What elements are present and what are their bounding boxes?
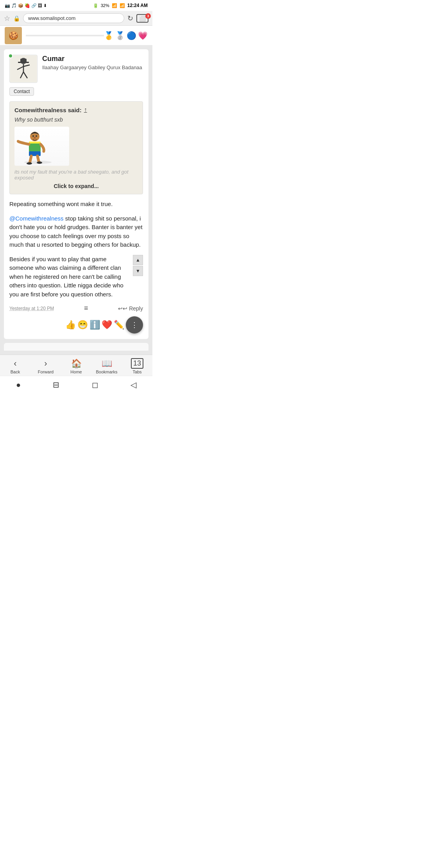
- post-card: Contact Cumar Ilaahay Gargaaryey Gabiley…: [4, 49, 148, 339]
- nav-tabs[interactable]: 13 Tabs: [125, 358, 149, 374]
- reply-label: Reply: [129, 305, 143, 312]
- top-partial-content: 🍪 🥇 🥈 🔵 💗: [0, 26, 152, 45]
- quote-faded-text: its not my fault that you're a bad sheeg…: [14, 169, 138, 181]
- reply-button[interactable]: ↩↩ Reply: [118, 305, 143, 312]
- home-icon: 🏠: [71, 359, 82, 369]
- post-timestamp: Yesterday at 1:20 PM: [9, 306, 54, 311]
- reaction-row: 👍 😁 ℹ️ ❤️ ✏️ ⋮: [9, 316, 143, 334]
- lock-icon: 🔒: [13, 15, 20, 22]
- tab-count-badge: 3: [145, 13, 151, 19]
- svg-point-17: [37, 161, 42, 164]
- forward-icon: ›: [44, 359, 47, 369]
- contact-button[interactable]: Contact: [9, 87, 34, 96]
- avatar-image: [10, 56, 37, 82]
- svg-rect-11: [29, 142, 41, 143]
- tabs-button[interactable]: ⬜ 3: [136, 15, 148, 22]
- signal-icon: 📶: [120, 3, 125, 8]
- url-bar[interactable]: www.somalispot.com: [23, 13, 124, 23]
- quote-text-content: Why so butthurt sxb: [14, 117, 138, 123]
- nav-forward[interactable]: › Forward: [34, 359, 57, 374]
- post-body: Repeating something wont make it true. @…: [9, 200, 143, 299]
- emoji-coin1: 🥇: [104, 31, 114, 40]
- bookmark-star-icon[interactable]: ☆: [4, 14, 10, 23]
- reaction-heart[interactable]: ❤️: [102, 320, 112, 330]
- status-icons: 📷 🎵 📦 🍓 🔗 🖼 ⬇: [5, 3, 47, 8]
- scroll-down-button[interactable]: ▼: [133, 266, 143, 276]
- system-menu-button[interactable]: ⊟: [53, 380, 59, 389]
- nav-home[interactable]: 🏠 Home: [64, 359, 88, 374]
- time-display: 12:24 AM: [127, 3, 148, 8]
- fab-more-button[interactable]: ⋮: [126, 316, 143, 334]
- user-avatar: [9, 55, 38, 83]
- svg-point-13: [32, 135, 34, 137]
- mention-link[interactable]: @Comewithrealness: [9, 215, 64, 222]
- emoji-coin3: 🔵: [127, 31, 136, 40]
- battery-icon: 🔋: [93, 3, 98, 8]
- scroll-up-button[interactable]: ▲: [133, 255, 143, 265]
- quote-header: Comewithrealness said: ↑: [14, 106, 138, 113]
- bottom-nav: ‹ Back › Forward 🏠 Home 📖 Bookmarks 13 T…: [0, 355, 152, 376]
- click-to-expand-button[interactable]: Click to expand...: [14, 183, 138, 189]
- back-icon: ‹: [14, 359, 16, 369]
- user-title-display: Ilaahay Gargaaryey Gabiley Qurux Badanaa: [42, 65, 143, 71]
- avatar-container: Contact: [9, 55, 38, 96]
- notification-icons: 📷 🎵 📦 🍓 🔗 🖼 ⬇: [5, 3, 47, 8]
- battery-text: 32%: [101, 3, 109, 8]
- system-square-button[interactable]: ◻: [92, 380, 98, 389]
- forward-label: Forward: [38, 369, 54, 374]
- body-container: Besides if you want to play that game so…: [9, 255, 143, 299]
- scroll-arrows: ▲ ▼: [133, 255, 143, 276]
- next-post-teaser: [4, 343, 148, 351]
- body-paragraph-3: Besides if you want to play that game so…: [9, 255, 143, 299]
- home-label: Home: [70, 369, 82, 374]
- reaction-info[interactable]: ℹ️: [89, 320, 100, 330]
- user-info: Cumar Ilaahay Gargaaryey Gabiley Qurux B…: [42, 55, 143, 71]
- fab-dots-icon: ⋮: [131, 321, 138, 329]
- refresh-icon[interactable]: ↻: [127, 14, 133, 23]
- username-display: Cumar: [42, 55, 143, 63]
- status-bar: 📷 🎵 📦 🍓 🔗 🖼 ⬇ 🔋 32% 📶 📶 12:24 AM: [0, 0, 152, 11]
- back-label: Back: [11, 369, 20, 374]
- soccer-player-image: [14, 127, 69, 166]
- tabs-label: Tabs: [132, 369, 141, 374]
- reaction-thumbsup[interactable]: 👍: [65, 320, 76, 330]
- svg-point-16: [27, 162, 32, 165]
- bookmarks-icon: 📖: [102, 359, 112, 369]
- reaction-pencil[interactable]: ✏️: [114, 320, 124, 330]
- emoji-coin4: 💗: [138, 31, 148, 40]
- tabs-icon: 13: [131, 358, 143, 369]
- system-circle-button[interactable]: ●: [16, 380, 21, 389]
- reaction-laugh[interactable]: 😁: [77, 320, 88, 330]
- post-menu-button[interactable]: ≡: [84, 304, 88, 312]
- online-indicator: [8, 54, 13, 58]
- quote-arrow-icon: ↑: [84, 106, 87, 113]
- nav-bookmarks[interactable]: 📖 Bookmarks: [95, 359, 118, 374]
- wifi-icon: 📶: [112, 3, 117, 8]
- svg-point-18: [17, 140, 19, 142]
- quote-author: Comewithrealness said:: [14, 107, 82, 113]
- reply-icon: ↩↩: [118, 305, 127, 312]
- body-paragraph-1: Repeating something wont make it true.: [9, 200, 143, 209]
- bookmarks-label: Bookmarks: [96, 369, 117, 374]
- emoji-coin2: 🥈: [115, 31, 125, 40]
- svg-point-14: [36, 135, 37, 137]
- top-partial-avatar: 🍪: [5, 27, 22, 44]
- browser-chrome: ☆ 🔒 www.somalispot.com ↻ ⬜ 3: [0, 11, 152, 26]
- nav-back[interactable]: ‹ Back: [4, 359, 27, 374]
- body-paragraph-2: @Comewithrealness stop taking shit so pe…: [9, 214, 143, 249]
- quote-block[interactable]: Comewithrealness said: ↑ Why so butthurt…: [9, 101, 143, 194]
- page-content: Contact Cumar Ilaahay Gargaaryey Gabiley…: [0, 45, 152, 355]
- svg-rect-3: [20, 59, 27, 63]
- system-back-button[interactable]: ◁: [131, 380, 136, 389]
- user-header: Contact Cumar Ilaahay Gargaaryey Gabiley…: [9, 55, 143, 96]
- system-nav: ● ⊟ ◻ ◁: [0, 376, 152, 393]
- soccer-player-svg: [16, 128, 67, 165]
- post-footer: Yesterday at 1:20 PM ≡ ↩↩ Reply: [9, 304, 143, 312]
